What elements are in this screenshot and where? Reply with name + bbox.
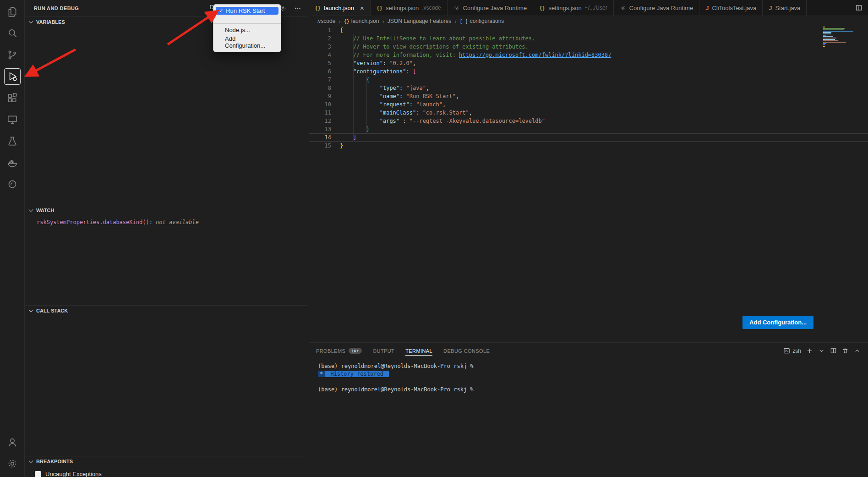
breadcrumb-item-configurations[interactable]: [ ]configurations [460,18,504,24]
line-number: 4 [309,51,331,59]
breadcrumb-item--vscode[interactable]: .vscode [317,18,335,24]
section-breakpoints-header[interactable]: BREAKPOINTS [25,456,308,466]
tab-launch-json[interactable]: {}launch.json× [309,0,371,16]
line-number: 5 [309,59,331,67]
uncaught-exceptions-checkbox[interactable] [35,471,41,477]
tab-configure-java-runtime[interactable]: Configure Java Runtime [614,0,699,16]
terminal-output[interactable]: (base) reynoldmorel@Reynolds-MacBook-Pro… [309,359,868,394]
watch-expression-value: not available [156,219,199,225]
section-watch: WATCH rskSystemProperties.databaseKind()… [25,205,308,225]
code-editor[interactable]: 1{2 // Use IntelliSense to learn about p… [309,26,868,342]
activity-extensions-icon[interactable] [0,87,24,109]
activity-bar-bottom [0,431,24,477]
section-call-stack-label: CALL STACK [36,308,68,313]
tab-configure-java-runtime[interactable]: Configure Java Runtime [448,0,533,16]
code-line[interactable]: 10 "request": "launch", [309,100,868,109]
new-terminal-icon[interactable] [806,347,813,354]
dropdown-selected-item[interactable]: ✓ Run RSK Start [216,7,278,15]
code-text: ] [340,134,356,141]
activity-run-and-debug-icon[interactable] [0,66,24,87]
panel-tab-terminal[interactable]: TERMINAL [405,343,432,359]
kill-terminal-icon[interactable] [842,347,849,354]
tab-start-java[interactable]: JStart.java [763,0,807,16]
code-line[interactable]: 3 // Hover to view descriptions of exist… [309,43,868,51]
activity-testing-icon[interactable] [0,130,24,152]
dropdown-item-node-js-[interactable]: Node.js... [213,26,281,34]
activity-remote-explorer-icon[interactable] [0,109,24,130]
code-line[interactable]: 12 "args" : "--regtest -Xkeyvalue.dataso… [309,117,868,125]
split-terminal-icon[interactable] [830,347,837,354]
section-call-stack-header[interactable]: CALL STACK [25,306,308,316]
panel-tab-problems[interactable]: PROBLEMS1K+ [316,343,362,359]
code-text: { [340,26,343,34]
terminal-line [318,378,868,386]
split-editor-icon[interactable] [855,0,868,16]
code-text: } [340,142,343,150]
shell-label: zsh [792,348,801,354]
activity-search-icon[interactable] [0,22,24,44]
code-line[interactable]: 2 // Use IntelliSense to learn about pos… [309,34,868,43]
panel-tab-debug-console[interactable]: DEBUG CONSOLE [443,343,490,359]
dropdown-item-add-configuration-[interactable]: Add Configuration... [213,34,281,50]
code-line[interactable]: 1{ [309,26,868,34]
breadcrumb-separator: › [382,18,384,25]
minimap-line [823,38,836,38]
section-breakpoints-label: BREAKPOINTS [36,459,73,464]
tab-settings-json[interactable]: {}settings.json.vscode [371,0,448,16]
code-line[interactable]: 13 } [309,125,868,133]
section-watch-header[interactable]: WATCH [25,205,308,215]
code-line[interactable]: 15} [309,142,868,150]
maximize-panel-icon[interactable] [854,347,861,354]
code-line[interactable]: 9 "name": "Run RSK Start", [309,92,868,100]
code-line[interactable]: 14 ] [309,133,868,142]
add-configuration-button[interactable]: Add Configuration... [742,316,813,329]
panel-actions: zsh [783,347,861,354]
code-line[interactable]: 11 "mainClass": "co.rsk.Start", [309,109,868,117]
activity-bar [0,0,25,477]
more-actions-icon[interactable] [294,5,301,12]
dropdown-gap [213,15,281,22]
dropdown-selected-label: Run RSK Start [226,7,265,14]
watch-expression[interactable]: rskSystemProperties.databaseKind(): not … [37,219,308,225]
terminal-profile-chevron-icon[interactable] [818,347,825,354]
line-number: 1 [309,26,331,34]
breadcrumb: .vscode›{}launch.json›JSON Language Feat… [309,16,868,26]
terminal-line: (base) reynoldmorel@Reynolds-MacBook-Pro… [318,386,868,394]
breadcrumb-item-launch-json[interactable]: {}launch.json [344,18,379,24]
minimap[interactable] [823,27,855,47]
activity-accounts-icon[interactable] [0,431,24,453]
shell-selector[interactable]: zsh [783,347,801,354]
sidebar-title: RUN AND DEBUG [34,5,79,11]
code-line[interactable]: 5 "version": "0.2.0", [309,59,868,67]
activity-gradle-icon[interactable] [0,173,24,195]
breadcrumb-item-json-language-features[interactable]: JSON Language Features [388,18,451,24]
code-line[interactable]: 4 // For more information, visit: https:… [309,51,868,59]
code-text: "request": "launch", [340,100,446,109]
code-text: "type": "java", [340,84,429,92]
code-line[interactable]: 6 "configurations": [ [309,67,868,76]
tab-settings-json[interactable]: {}settings.json~/.../User [533,0,614,16]
activity-explorer-icon[interactable] [0,1,24,22]
code-line[interactable]: 8 "type": "java", [309,84,868,92]
activity-docker-icon[interactable] [0,152,24,173]
sidebar-run-and-debug: RUN AND DEBUG D VARIABLES WATCH rskSyste… [25,0,308,477]
line-number: 8 [309,84,331,92]
activity-source-control-icon[interactable] [0,44,24,66]
activity-settings-icon[interactable] [0,453,24,474]
code-line[interactable]: 7 { [309,76,868,84]
minimap-line [823,33,831,34]
code-text: "mainClass": "co.rsk.Start", [340,109,472,117]
code-text: "configurations": [ [340,67,416,76]
check-icon: ✓ [219,8,223,14]
code-text: // Hover to view descriptions of existin… [340,43,529,51]
tab-clitoolstest-java[interactable]: JCliToolsTest.java [699,0,763,16]
line-number: 11 [309,109,331,117]
code-text: } [340,125,370,133]
history-restored-text: History restored [325,371,389,377]
close-icon[interactable]: × [360,5,364,11]
panel-tab-output[interactable]: OUTPUT [373,343,395,359]
minimap-line [823,40,838,41]
breakpoint-uncaught-exceptions[interactable]: Uncaught Exceptions [35,471,308,477]
chevron-down-icon [29,308,33,313]
line-number: 7 [309,76,331,84]
